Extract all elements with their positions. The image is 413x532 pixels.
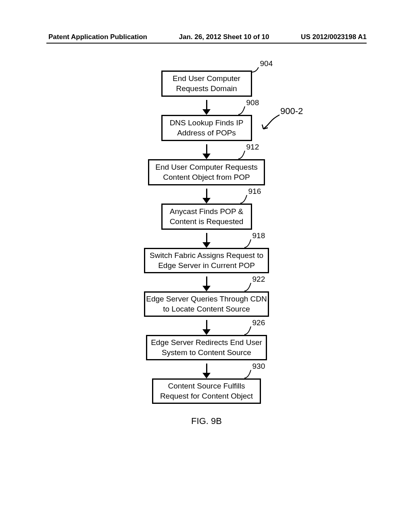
- flow-node-908: DNS Lookup Finds IP Address of POPs: [161, 115, 252, 141]
- flow-arrow-icon: 908: [206, 97, 207, 115]
- flow-arrow-icon: 930: [206, 360, 207, 378]
- node-text: Content is Requested: [170, 217, 244, 227]
- leader-line-icon: [244, 326, 254, 335]
- node-text: System to Content Source: [162, 348, 251, 358]
- flow-node-918: Switch Fabric Assigns Request to Edge Se…: [144, 248, 269, 273]
- ref-number-926: 926: [252, 318, 265, 327]
- header-separator: [46, 43, 367, 44]
- node-text: DNS Lookup Finds IP: [170, 118, 244, 128]
- page-header: Patent Application Publication Jan. 26, …: [0, 33, 413, 41]
- node-text: Requests Domain: [176, 84, 237, 94]
- node-text: Request for Content Object: [160, 391, 253, 401]
- flow-arrow-icon: 916: [206, 185, 207, 204]
- ref-number-916: 916: [248, 187, 261, 196]
- flow-node-912: End User Computer Requests Content Objec…: [148, 159, 265, 185]
- ref-number-904: 904: [260, 59, 273, 68]
- node-text: to Locate Content Source: [163, 304, 250, 314]
- leader-line-icon: [240, 195, 250, 204]
- node-text: Edge Server in Current POP: [158, 261, 255, 271]
- leader-line-icon: [244, 370, 254, 379]
- node-text: Switch Fabric Assigns Request to: [150, 251, 263, 261]
- flow-arrow-icon: 912: [206, 141, 207, 159]
- flow-arrow-icon: 926: [206, 317, 207, 335]
- flow-arrow-icon: 918: [206, 230, 207, 248]
- leader-line-icon: [238, 151, 248, 160]
- leader-line-icon: [238, 106, 248, 115]
- node-text: Anycast Finds POP &: [170, 207, 243, 217]
- leader-line-icon: [244, 283, 254, 292]
- flow-node-930: Content Source Fulfills Request for Cont…: [152, 378, 261, 404]
- node-text: End User Computer: [173, 74, 240, 84]
- header-publication: Patent Application Publication: [48, 33, 147, 41]
- header-date-sheet: Jan. 26, 2012 Sheet 10 of 10: [179, 33, 269, 41]
- flow-node-922: Edge Server Queries Through CDN to Locat…: [144, 291, 269, 317]
- node-text: Edge Server Redirects End User: [151, 338, 262, 348]
- ref-number-908: 908: [246, 98, 259, 107]
- ref-number-930: 930: [252, 362, 265, 371]
- flow-arrow-icon: 922: [206, 273, 207, 291]
- node-text: Content Object from POP: [163, 172, 250, 183]
- header-pubnumber: US 2012/0023198 A1: [301, 33, 367, 41]
- leader-line-icon: [244, 239, 254, 248]
- flow-node-926: Edge Server Redirects End User System to…: [146, 335, 267, 360]
- flow-node-916: Anycast Finds POP & Content is Requested: [161, 204, 252, 230]
- ref-number-918: 918: [252, 231, 265, 240]
- node-text: Address of POPs: [177, 128, 236, 138]
- node-text: End User Computer Requests: [155, 162, 257, 172]
- ref-number-922: 922: [252, 275, 265, 284]
- node-text: Edge Server Queries Through CDN: [146, 294, 267, 304]
- ref-number-912: 912: [246, 143, 259, 152]
- figure-label: FIG. 9B: [191, 416, 222, 426]
- leader-line-icon: [252, 67, 262, 73]
- flowchart: End User Computer Requests Domain 904 90…: [0, 71, 413, 426]
- flow-node-904: End User Computer Requests Domain: [161, 71, 252, 97]
- node-text: Content Source Fulfills: [168, 381, 245, 391]
